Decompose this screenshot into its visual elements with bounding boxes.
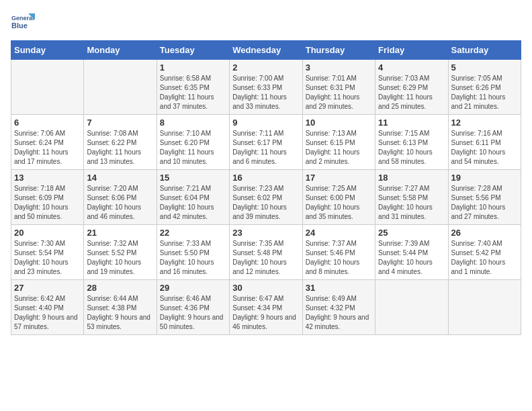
calendar-cell: 29Sunrise: 6:46 AM Sunset: 4:36 PM Dayli… — [157, 280, 229, 335]
day-number: 26 — [451, 228, 518, 238]
day-info: Sunrise: 6:49 AM Sunset: 4:32 PM Dayligh… — [306, 294, 372, 332]
calendar-cell: 18Sunrise: 7:27 AM Sunset: 5:58 PM Dayli… — [375, 170, 448, 225]
calendar-week-row: 6Sunrise: 7:06 AM Sunset: 6:24 PM Daylig… — [11, 115, 521, 170]
day-number: 3 — [306, 62, 372, 73]
calendar-cell: 7Sunrise: 7:08 AM Sunset: 6:22 PM Daylig… — [84, 115, 157, 170]
day-info: Sunrise: 6:46 AM Sunset: 4:36 PM Dayligh… — [160, 294, 226, 332]
calendar-cell: 6Sunrise: 7:06 AM Sunset: 6:24 PM Daylig… — [11, 115, 84, 170]
day-number: 23 — [232, 228, 299, 238]
day-info: Sunrise: 6:42 AM Sunset: 4:40 PM Dayligh… — [14, 294, 81, 332]
calendar-cell: 12Sunrise: 7:16 AM Sunset: 6:11 PM Dayli… — [448, 115, 521, 170]
day-info: Sunrise: 6:44 AM Sunset: 4:38 PM Dayligh… — [87, 294, 153, 332]
day-info: Sunrise: 7:05 AM Sunset: 6:26 PM Dayligh… — [451, 74, 518, 111]
day-number: 21 — [87, 228, 153, 238]
calendar-cell: 30Sunrise: 6:47 AM Sunset: 4:34 PM Dayli… — [230, 280, 302, 335]
day-info: Sunrise: 7:35 AM Sunset: 5:48 PM Dayligh… — [232, 239, 299, 277]
day-number: 22 — [160, 228, 226, 238]
day-info: Sunrise: 7:13 AM Sunset: 6:15 PM Dayligh… — [306, 129, 372, 167]
calendar-cell: 2Sunrise: 7:00 AM Sunset: 6:33 PM Daylig… — [230, 60, 302, 115]
calendar-cell: 4Sunrise: 7:03 AM Sunset: 6:29 PM Daylig… — [375, 60, 448, 115]
day-number: 2 — [232, 62, 299, 73]
day-number: 11 — [378, 118, 445, 128]
day-info: Sunrise: 7:00 AM Sunset: 6:33 PM Dayligh… — [232, 74, 299, 111]
day-info: Sunrise: 7:15 AM Sunset: 6:13 PM Dayligh… — [378, 129, 445, 167]
day-number: 8 — [160, 118, 226, 128]
day-number: 7 — [87, 118, 153, 128]
day-header: Thursday — [302, 41, 375, 60]
calendar-cell: 16Sunrise: 7:23 AM Sunset: 6:02 PM Dayli… — [230, 170, 302, 225]
calendar-cell: 24Sunrise: 7:37 AM Sunset: 5:46 PM Dayli… — [302, 225, 375, 280]
calendar-cell: 22Sunrise: 7:33 AM Sunset: 5:50 PM Dayli… — [157, 225, 229, 280]
day-info: Sunrise: 7:03 AM Sunset: 6:29 PM Dayligh… — [378, 74, 445, 111]
day-info: Sunrise: 7:37 AM Sunset: 5:46 PM Dayligh… — [306, 239, 372, 277]
calendar-cell — [11, 60, 84, 115]
calendar-cell: 19Sunrise: 7:28 AM Sunset: 5:56 PM Dayli… — [448, 170, 521, 225]
day-number: 25 — [378, 228, 445, 238]
day-info: Sunrise: 7:11 AM Sunset: 6:17 PM Dayligh… — [232, 129, 299, 167]
calendar-table: SundayMondayTuesdayWednesdayThursdayFrid… — [11, 40, 521, 335]
svg-text:Blue: Blue — [11, 21, 28, 30]
day-number: 16 — [232, 173, 299, 183]
calendar-cell: 11Sunrise: 7:15 AM Sunset: 6:13 PM Dayli… — [375, 115, 448, 170]
header: General Blue — [11, 11, 521, 35]
day-number: 13 — [14, 173, 81, 183]
calendar-week-row: 20Sunrise: 7:30 AM Sunset: 5:54 PM Dayli… — [11, 225, 521, 280]
day-header: Tuesday — [157, 41, 229, 60]
calendar-cell: 21Sunrise: 7:32 AM Sunset: 5:52 PM Dayli… — [84, 225, 157, 280]
header-row: SundayMondayTuesdayWednesdayThursdayFrid… — [11, 41, 521, 60]
day-number: 10 — [306, 118, 372, 128]
day-info: Sunrise: 7:16 AM Sunset: 6:11 PM Dayligh… — [451, 129, 518, 167]
day-info: Sunrise: 7:08 AM Sunset: 6:22 PM Dayligh… — [87, 129, 153, 167]
calendar-cell: 3Sunrise: 7:01 AM Sunset: 6:31 PM Daylig… — [302, 60, 375, 115]
day-info: Sunrise: 7:39 AM Sunset: 5:44 PM Dayligh… — [378, 239, 445, 277]
calendar-cell: 5Sunrise: 7:05 AM Sunset: 6:26 PM Daylig… — [448, 60, 521, 115]
day-number: 20 — [14, 228, 81, 238]
day-info: Sunrise: 7:40 AM Sunset: 5:42 PM Dayligh… — [451, 239, 518, 277]
day-info: Sunrise: 7:27 AM Sunset: 5:58 PM Dayligh… — [378, 184, 445, 222]
calendar-cell: 20Sunrise: 7:30 AM Sunset: 5:54 PM Dayli… — [11, 225, 84, 280]
day-info: Sunrise: 7:33 AM Sunset: 5:50 PM Dayligh… — [160, 239, 226, 277]
day-header: Wednesday — [230, 41, 302, 60]
calendar-cell — [84, 60, 157, 115]
calendar-cell — [375, 280, 448, 335]
day-header: Sunday — [11, 41, 84, 60]
day-number: 24 — [306, 228, 372, 238]
day-number: 30 — [232, 283, 299, 293]
calendar-week-row: 27Sunrise: 6:42 AM Sunset: 4:40 PM Dayli… — [11, 280, 521, 335]
calendar-cell: 10Sunrise: 7:13 AM Sunset: 6:15 PM Dayli… — [302, 115, 375, 170]
day-number: 27 — [14, 283, 81, 293]
day-number: 29 — [160, 283, 226, 293]
calendar-cell: 23Sunrise: 7:35 AM Sunset: 5:48 PM Dayli… — [230, 225, 302, 280]
calendar-cell: 9Sunrise: 7:11 AM Sunset: 6:17 PM Daylig… — [230, 115, 302, 170]
logo-svg: General Blue — [11, 11, 35, 35]
calendar-cell: 27Sunrise: 6:42 AM Sunset: 4:40 PM Dayli… — [11, 280, 84, 335]
day-info: Sunrise: 7:18 AM Sunset: 6:09 PM Dayligh… — [14, 184, 81, 222]
day-number: 15 — [160, 173, 226, 183]
day-header: Monday — [84, 41, 157, 60]
day-info: Sunrise: 7:30 AM Sunset: 5:54 PM Dayligh… — [14, 239, 81, 277]
day-number: 28 — [87, 283, 153, 293]
day-info: Sunrise: 7:06 AM Sunset: 6:24 PM Dayligh… — [14, 129, 81, 167]
day-info: Sunrise: 7:25 AM Sunset: 6:00 PM Dayligh… — [306, 184, 372, 222]
day-header: Saturday — [448, 41, 521, 60]
calendar-cell — [448, 280, 521, 335]
day-number: 12 — [451, 118, 518, 128]
calendar-cell: 28Sunrise: 6:44 AM Sunset: 4:38 PM Dayli… — [84, 280, 157, 335]
day-number: 5 — [451, 62, 518, 73]
calendar-week-row: 13Sunrise: 7:18 AM Sunset: 6:09 PM Dayli… — [11, 170, 521, 225]
day-number: 17 — [306, 173, 372, 183]
calendar-cell: 14Sunrise: 7:20 AM Sunset: 6:06 PM Dayli… — [84, 170, 157, 225]
calendar-cell: 31Sunrise: 6:49 AM Sunset: 4:32 PM Dayli… — [302, 280, 375, 335]
calendar-cell: 25Sunrise: 7:39 AM Sunset: 5:44 PM Dayli… — [375, 225, 448, 280]
day-number: 31 — [306, 283, 372, 293]
day-info: Sunrise: 6:58 AM Sunset: 6:35 PM Dayligh… — [160, 74, 226, 111]
calendar-cell: 17Sunrise: 7:25 AM Sunset: 6:00 PM Dayli… — [302, 170, 375, 225]
day-info: Sunrise: 7:23 AM Sunset: 6:02 PM Dayligh… — [232, 184, 299, 222]
day-info: Sunrise: 7:28 AM Sunset: 5:56 PM Dayligh… — [451, 184, 518, 222]
day-number: 6 — [14, 118, 81, 128]
day-info: Sunrise: 7:10 AM Sunset: 6:20 PM Dayligh… — [160, 129, 226, 167]
day-info: Sunrise: 7:20 AM Sunset: 6:06 PM Dayligh… — [87, 184, 153, 222]
day-number: 1 — [160, 62, 226, 73]
day-info: Sunrise: 7:01 AM Sunset: 6:31 PM Dayligh… — [306, 74, 372, 111]
day-number: 19 — [451, 173, 518, 183]
